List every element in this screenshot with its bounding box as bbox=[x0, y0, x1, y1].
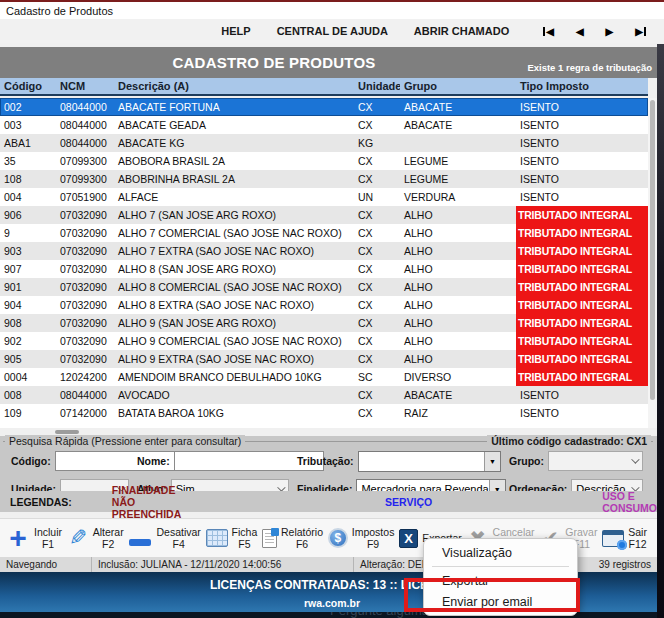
legends-row: LEGENDAS: FINALIDADE NÃO PREENCHIDASERVI… bbox=[0, 491, 657, 512]
col-grupo[interactable]: Grupo bbox=[400, 80, 516, 92]
cell-ncm: 07032090 bbox=[56, 245, 114, 257]
table-row[interactable]: 90107032090ALHO 8 COMERCIAL (SAO JOSE NA… bbox=[0, 278, 648, 296]
desativar-button[interactable]: DesativarF4 bbox=[128, 526, 200, 550]
alterar-button[interactable]: ✎AlterarF2 bbox=[67, 526, 124, 550]
last-code-label: Último código cadastrado: CX1 bbox=[487, 435, 651, 447]
cell-grp: DIVERSO bbox=[400, 371, 516, 383]
vertical-scrollbar-thumb[interactable] bbox=[650, 100, 655, 400]
exit-icon bbox=[602, 530, 624, 547]
tributacao-label: Tributação: bbox=[297, 455, 354, 467]
toolbar-button-label: IncluirF1 bbox=[34, 526, 62, 550]
previous-record-button[interactable]: ◀ bbox=[576, 26, 584, 37]
col-descricao[interactable]: Descrição (A) bbox=[114, 80, 354, 92]
cell-ncm: 08044000 bbox=[56, 101, 114, 113]
cell-cod: 35 bbox=[0, 155, 56, 167]
cell-grp: ABACATE bbox=[400, 101, 516, 113]
cell-desc: ALHO 8 (SAN JOSE ARG ROXO) bbox=[114, 263, 354, 275]
codigo-label: Código: bbox=[11, 455, 51, 467]
menu-item-exportar[interactable]: Exportar bbox=[424, 570, 577, 591]
cell-cod: 008 bbox=[0, 389, 56, 401]
table-row[interactable]: 3507099300ABOBORA BRASIL 2ACXLEGUMEISENT… bbox=[0, 152, 648, 170]
cell-ncm: 07032090 bbox=[56, 353, 114, 365]
menu-item-enviar-por-email[interactable]: Enviar por email bbox=[424, 591, 577, 612]
grupo-combo[interactable] bbox=[548, 451, 643, 471]
menu-help[interactable]: HELP bbox=[221, 25, 250, 37]
legend-item: USO E CONSUMO bbox=[602, 490, 657, 514]
table-row[interactable]: 90207032090ALHO 9 COMERCIAL (SAO JOSE NA… bbox=[0, 332, 648, 350]
status-registros: 39 registros bbox=[569, 557, 657, 572]
cell-uni: CX bbox=[354, 119, 400, 131]
cell-ncm: 08044000 bbox=[56, 119, 114, 131]
table-row[interactable]: 90607032090ALHO 7 (SAN JOSE ARG ROXO)CXA… bbox=[0, 206, 648, 224]
menu-central-de-ajuda[interactable]: CENTRAL DE AJUDA bbox=[277, 25, 388, 37]
cell-grp: ALHO bbox=[400, 281, 516, 293]
table-row[interactable]: 90307032090ALHO 7 EXTRA (SAO JOSE NAC RO… bbox=[0, 242, 648, 260]
col-unidade[interactable]: Unidade bbox=[354, 80, 400, 92]
report-icon bbox=[262, 529, 277, 548]
cell-uni: CX bbox=[354, 281, 400, 293]
col-ncm[interactable]: NCM bbox=[56, 80, 114, 92]
tax-status-text: ISENTO bbox=[516, 404, 648, 422]
menu-item-visualiza-o[interactable]: Visualização bbox=[424, 542, 577, 563]
cell-ncm: 07099300 bbox=[56, 173, 114, 185]
relat-rio-button[interactable]: RelatórioF6 bbox=[262, 526, 323, 550]
first-record-button[interactable]: ◀ bbox=[543, 26, 554, 37]
table-row[interactable]: 00308044000ABACATE GEADACXABACATEISENTO bbox=[0, 116, 648, 134]
status-mode: Navegando bbox=[0, 557, 92, 572]
cell-desc: ALHO 7 COMERCIAL (SAO JOSE NAC ROXO) bbox=[114, 227, 354, 239]
table-row[interactable]: 10907142000BATATA BAROA 10KGCXRAIZISENTO bbox=[0, 404, 648, 422]
next-record-button[interactable]: ▶ bbox=[606, 26, 614, 37]
minus-icon bbox=[128, 526, 152, 550]
incluir-button[interactable]: +IncluirF1 bbox=[6, 525, 62, 551]
col-codigo[interactable]: Código bbox=[0, 80, 56, 92]
menu-abrir-chamado[interactable]: ABRIR CHAMADO bbox=[414, 25, 509, 37]
table-row[interactable]: 90707032090ALHO 8 (SAN JOSE ARG ROXO)CXA… bbox=[0, 260, 648, 278]
cell-ncm: 07142000 bbox=[56, 407, 114, 419]
dropdown-arrow-icon[interactable]: ▼ bbox=[484, 452, 500, 471]
cell-cod: 902 bbox=[0, 335, 56, 347]
vertical-scrollbar[interactable] bbox=[648, 98, 657, 428]
cell-desc: ALHO 8 EXTRA (SAO JOSE NAC ROXO) bbox=[114, 299, 354, 311]
table-row[interactable]: 10807099300ABOBRINHA BRASIL 2ACXLEGUMEIS… bbox=[0, 170, 648, 188]
impostos-button[interactable]: $ImpostosF9 bbox=[328, 526, 395, 550]
cell-grp: ALHO bbox=[400, 245, 516, 257]
table-row[interactable]: 00808044000AVOCADOCXABACATEISENTO bbox=[0, 386, 648, 404]
table-row[interactable]: 90807032090ALHO 9 (SAN JOSE ARG ROXO)CXA… bbox=[0, 314, 648, 332]
tributacao-combo[interactable]: ▼ bbox=[358, 451, 501, 472]
table-row[interactable]: 000412024200AMENDOIM BRANCO DEBULHADO 10… bbox=[0, 368, 648, 386]
cell-ncm: 07032090 bbox=[56, 317, 114, 329]
last-record-button[interactable]: ▶ bbox=[635, 26, 646, 37]
cell-cod: 907 bbox=[0, 263, 56, 275]
table-row[interactable]: 90507032090ALHO 9 EXTRA (SAO JOSE NAC RO… bbox=[0, 350, 648, 368]
cell-cod: 109 bbox=[0, 407, 56, 419]
coin-icon: $ bbox=[328, 528, 348, 548]
tax-status-text: ISENTO bbox=[516, 116, 648, 134]
cell-desc: ABACATE FORTUNA bbox=[114, 101, 354, 113]
toolbar-button-label: AlterarF2 bbox=[93, 526, 124, 550]
cell-desc: ABOBORA BRASIL 2A bbox=[114, 155, 354, 167]
cell-uni: CX bbox=[354, 353, 400, 365]
toolbar-button-label: DesativarF4 bbox=[156, 526, 200, 550]
table-row[interactable]: 907032090ALHO 7 COMERCIAL (SAO JOSE NAC … bbox=[0, 224, 648, 242]
table-row[interactable]: 00407051900ALFACEUNVERDURAISENTO bbox=[0, 188, 648, 206]
cell-uni: UN bbox=[354, 191, 400, 203]
table-row[interactable]: 00208044000ABACATE FORTUNACXABACATEISENT… bbox=[0, 98, 648, 116]
col-tipo-imposto[interactable]: Tipo Imposto bbox=[516, 80, 648, 92]
table-row[interactable]: 90407032090ALHO 8 EXTRA (SAO JOSE NAC RO… bbox=[0, 296, 648, 314]
sair-button[interactable]: SairF12 bbox=[602, 526, 647, 550]
menu-bar: HELP CENTRAL DE AJUDA ABRIR CHAMADO ◀◀▶▶ bbox=[0, 19, 664, 43]
table-row[interactable]: ABA108044000ABACATE KGKGISENTO bbox=[0, 134, 648, 152]
cell-desc: ABOBRINHA BRASIL 2A bbox=[114, 173, 354, 185]
cell-uni: CX bbox=[354, 335, 400, 347]
cell-cod: 003 bbox=[0, 119, 56, 131]
cell-grp: LEGUME bbox=[400, 155, 516, 167]
cell-cod: 905 bbox=[0, 353, 56, 365]
horizontal-scrollbar-thumb[interactable] bbox=[55, 430, 79, 434]
cell-uni: CX bbox=[354, 101, 400, 113]
grupo-label: Grupo: bbox=[509, 455, 544, 467]
cell-grp: VERDURA bbox=[400, 191, 516, 203]
ficha-button[interactable]: FichaF5 bbox=[206, 526, 258, 550]
tax-status-badge: TRIBUTADO INTEGRAL bbox=[516, 332, 648, 350]
cell-desc: ABACATE KG bbox=[114, 137, 354, 149]
tax-status-badge: TRIBUTADO INTEGRAL bbox=[516, 350, 648, 368]
